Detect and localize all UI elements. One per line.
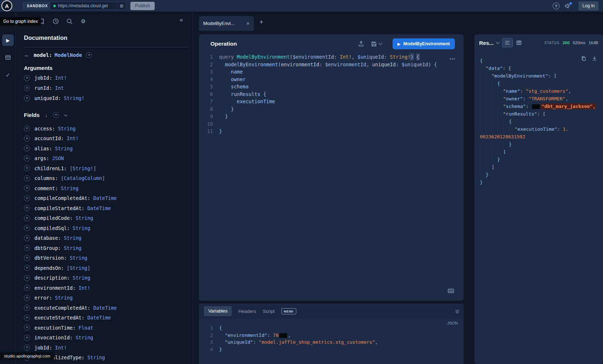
connection-settings-gear-icon[interactable]: ⚙ bbox=[117, 2, 126, 9]
code-line[interactable]: 4} bbox=[199, 346, 464, 353]
field-name[interactable]: comment: bbox=[34, 185, 58, 191]
field-name[interactable]: dbtVersion: bbox=[34, 255, 67, 261]
add-to-operation-button[interactable]: + bbox=[24, 325, 30, 331]
schema-nav-item[interactable] bbox=[4, 54, 12, 61]
add-tab-button[interactable]: + bbox=[259, 18, 263, 26]
field-name[interactable]: jobId: bbox=[34, 75, 52, 81]
code-text[interactable]: } bbox=[219, 113, 228, 120]
field-name[interactable]: executeStartedAt: bbox=[34, 315, 84, 321]
close-tab-icon[interactable]: × bbox=[246, 20, 250, 26]
field-name[interactable]: runId: bbox=[34, 85, 52, 91]
save-dropdown-chevron-icon[interactable] bbox=[378, 42, 382, 45]
variables-editor[interactable]: 1{2 "environmentId": 78,3 "uniqueId": "m… bbox=[199, 325, 464, 353]
add-to-operation-button[interactable]: + bbox=[24, 165, 30, 171]
field-name[interactable]: alias: bbox=[34, 146, 52, 151]
add-fields-button[interactable]: + bbox=[53, 112, 59, 118]
breadcrumb-type[interactable]: ModelNode bbox=[55, 52, 82, 58]
add-to-operation-button[interactable]: + bbox=[24, 335, 30, 341]
checklist-nav-item[interactable]: ✓ bbox=[4, 71, 12, 79]
code-line[interactable]: 1query ModelByEnvironment($environmentId… bbox=[199, 53, 464, 61]
code-text[interactable]: schema bbox=[219, 83, 248, 91]
code-line[interactable]: 3 name bbox=[199, 68, 464, 76]
field-type-link[interactable]: String bbox=[55, 295, 73, 301]
add-to-operation-button[interactable]: + bbox=[24, 215, 30, 221]
code-text[interactable]: modelByEnvironment(environmentId: $envir… bbox=[219, 61, 437, 68]
add-to-operation-button[interactable]: + bbox=[24, 75, 30, 81]
add-to-operation-button[interactable]: + bbox=[24, 235, 30, 241]
code-line[interactable]: 7 executionTime bbox=[199, 98, 464, 105]
field-type-link[interactable]: Float bbox=[79, 325, 93, 331]
keyboard-shortcuts-icon[interactable] bbox=[447, 288, 455, 294]
field-type-link[interactable]: [CatalogColumn] bbox=[61, 175, 105, 181]
field-name[interactable]: childrenL1: bbox=[34, 166, 67, 171]
code-text[interactable]: } bbox=[219, 105, 234, 113]
field-name[interactable]: compileStartedAt: bbox=[34, 205, 84, 211]
operation-tab[interactable]: ModelByEnvi... × bbox=[199, 16, 254, 31]
collapse-variables-icon[interactable] bbox=[456, 309, 458, 313]
sort-icon[interactable]: ↓ bbox=[45, 112, 47, 118]
field-type-link[interactable]: String bbox=[73, 275, 91, 281]
share-operation-icon[interactable] bbox=[357, 40, 365, 47]
field-name[interactable]: access: bbox=[34, 126, 55, 131]
settings-gear-icon[interactable]: ⚙ bbox=[80, 18, 87, 25]
code-line[interactable]: 3 "uniqueId": "model.jaffle_shop_metrics… bbox=[199, 339, 464, 346]
field-type-link[interactable]: String bbox=[73, 225, 91, 231]
field-name[interactable]: compileCompletedAt: bbox=[34, 195, 90, 201]
field-name[interactable]: invocationId: bbox=[34, 335, 73, 340]
field-name[interactable]: error: bbox=[34, 295, 52, 301]
code-line[interactable]: 6 runResults { bbox=[199, 91, 464, 98]
code-line[interactable]: 1{ bbox=[199, 325, 464, 332]
field-type-link[interactable]: Int bbox=[55, 85, 64, 91]
add-to-operation-button[interactable]: + bbox=[24, 125, 30, 131]
run-operation-button[interactable]: ▶ ModelByEnvironment bbox=[393, 38, 455, 49]
field-type-link[interactable]: Int! bbox=[67, 135, 79, 141]
publish-button[interactable]: Publish bbox=[130, 2, 155, 10]
code-line[interactable]: 2 modelByEnvironment(environmentId: $env… bbox=[199, 61, 464, 68]
code-line[interactable]: 4 owner bbox=[199, 76, 464, 83]
format-table-toggle[interactable] bbox=[516, 39, 522, 46]
add-to-operation-button[interactable]: + bbox=[24, 175, 30, 181]
field-name[interactable]: compiledSql: bbox=[34, 225, 70, 231]
collapse-panel-icon[interactable]: « bbox=[180, 16, 183, 24]
add-to-operation-button[interactable]: + bbox=[24, 145, 30, 151]
field-type-link[interactable]: DateTime bbox=[93, 305, 117, 311]
add-to-operation-button[interactable]: + bbox=[24, 265, 30, 271]
field-name[interactable]: executeCompletedAt: bbox=[34, 305, 90, 311]
field-name[interactable]: description: bbox=[34, 275, 70, 281]
code-text[interactable]: "uniqueId": "model.jaffle_shop_metrics.s… bbox=[219, 339, 378, 346]
code-text[interactable]: owner bbox=[219, 76, 246, 83]
back-arrow-icon[interactable]: ← bbox=[24, 52, 30, 58]
add-to-operation-button[interactable]: + bbox=[24, 85, 30, 91]
field-name[interactable]: columns: bbox=[34, 175, 58, 181]
code-line[interactable]: 5 schema bbox=[199, 83, 464, 91]
add-to-operation-button[interactable]: + bbox=[24, 135, 30, 142]
add-to-operation-button[interactable]: + bbox=[24, 185, 30, 191]
add-to-operation-button[interactable]: + bbox=[24, 344, 30, 351]
field-name[interactable]: dependsOn: bbox=[34, 265, 64, 271]
code-line[interactable]: 11} bbox=[199, 127, 464, 135]
field-type-link[interactable]: String bbox=[58, 126, 76, 131]
field-name[interactable]: compiledCode: bbox=[34, 215, 73, 221]
add-to-operation-button[interactable]: + bbox=[24, 245, 30, 251]
history-icon[interactable] bbox=[52, 18, 59, 25]
add-to-operation-button[interactable]: + bbox=[24, 285, 30, 291]
help-icon[interactable]: ? bbox=[553, 3, 560, 9]
field-type-link[interactable]: Int! bbox=[79, 285, 91, 291]
add-to-operation-button[interactable]: + bbox=[24, 95, 30, 101]
field-type-link[interactable]: String bbox=[64, 235, 81, 241]
code-line[interactable]: 9 } bbox=[199, 113, 464, 120]
chevron-down-icon[interactable] bbox=[64, 113, 68, 116]
field-type-link[interactable]: [String] bbox=[67, 265, 90, 271]
response-title[interactable]: Res... bbox=[479, 40, 494, 46]
add-to-operation-button[interactable]: + bbox=[24, 315, 30, 321]
add-to-operation-button[interactable]: + bbox=[24, 225, 30, 231]
field-name[interactable]: environmentId: bbox=[34, 285, 76, 291]
add-to-operation-button[interactable]: + bbox=[24, 155, 30, 162]
explorer-nav-item[interactable]: ▶ bbox=[2, 34, 14, 46]
code-line[interactable]: 8 } bbox=[199, 105, 464, 113]
endpoint-url[interactable]: https://metadata.cloud.get bbox=[58, 3, 117, 8]
tab-headers[interactable]: Headers bbox=[238, 309, 256, 314]
code-text[interactable]: } bbox=[219, 127, 222, 135]
apollo-logo-icon[interactable]: A bbox=[1, 0, 12, 11]
code-text[interactable]: executionTime bbox=[219, 98, 275, 105]
